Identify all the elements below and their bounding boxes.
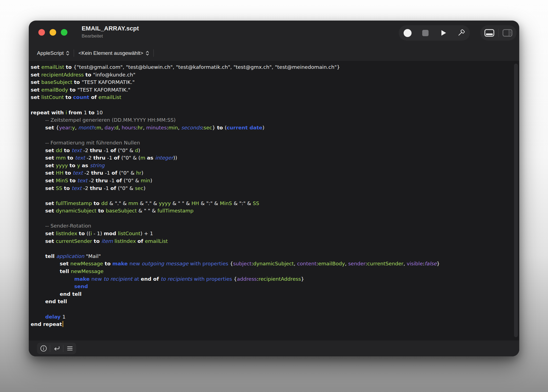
code-line[interactable]: tell application "Mail": [31, 252, 508, 260]
code-token: as: [147, 155, 155, 161]
code-line[interactable]: [31, 245, 508, 252]
code-token: ,: [403, 261, 407, 266]
navigation-bar: AppleScript <Kein Element ausgewählt>: [29, 45, 519, 61]
code-line[interactable]: tell newMessage: [31, 268, 508, 275]
code-line[interactable]: set HH to text -2 thru -1 of ("0" & hr): [31, 169, 508, 177]
zoom-button[interactable]: [61, 29, 67, 36]
minimize-button[interactable]: [50, 29, 56, 36]
code-token: ,: [101, 125, 105, 130]
code-line[interactable]: -- Formatierung mit führenden Nullen: [31, 139, 508, 147]
compile-button[interactable]: [452, 25, 470, 41]
code-line[interactable]: set baseSubject to "TEST KAFORMATIK.": [31, 78, 508, 86]
code-token: outgoing message: [142, 261, 190, 266]
code-token: "0": [120, 147, 128, 153]
code-token: &: [232, 200, 239, 206]
code-line[interactable]: -- Sender-Rotation: [31, 222, 508, 230]
code-line[interactable]: [31, 131, 508, 139]
code-editor[interactable]: set emailList to {"test@gmail.com", "tes…: [29, 61, 519, 340]
document-status: Bearbeitet: [82, 33, 139, 39]
code-token: sec: [204, 125, 212, 130]
code-token: }: [212, 125, 217, 130]
title-bar[interactable]: EMAIL_ARRAY.scpt Bearbeitet: [29, 21, 519, 45]
close-button[interactable]: [38, 29, 45, 36]
code-line[interactable]: [31, 101, 508, 109]
element-selector[interactable]: <Kein Element ausgewählt>: [78, 50, 149, 56]
code-token: visible: [407, 261, 423, 266]
code-line[interactable]: delay 1: [31, 313, 508, 321]
run-button[interactable]: [434, 25, 452, 41]
code-token: of: [91, 94, 98, 100]
vertical-scrollbar[interactable]: [514, 64, 518, 337]
result-panel-button[interactable]: [50, 343, 63, 354]
log-panel-button[interactable]: [63, 343, 76, 354]
toggle-right-pane-button[interactable]: [499, 25, 517, 41]
code-token: &: [108, 200, 115, 206]
code-token: &: [184, 200, 192, 206]
description-panel-button[interactable]: [37, 343, 50, 354]
code-token: }: [337, 64, 340, 70]
code-line[interactable]: [31, 215, 508, 222]
code-token: ): [138, 147, 140, 153]
code-token: ((: [87, 231, 90, 236]
code-token: 1: [84, 110, 89, 115]
code-token: text: [72, 147, 83, 153]
code-line[interactable]: set emailBody to "TEST KAFORMATIK.": [31, 86, 508, 94]
code-line[interactable]: set mm to text -2 thru -1 of ("0" & (m a…: [31, 154, 508, 162]
code-token: to: [64, 185, 72, 191]
code-line[interactable]: send: [31, 283, 508, 290]
code-line[interactable]: set currentSender to item listIndex of e…: [31, 237, 508, 245]
record-button[interactable]: [399, 25, 416, 41]
code-line[interactable]: -- Zeitstempel generieren (DD.MM.YYYY HH…: [31, 116, 508, 124]
stop-button[interactable]: [416, 25, 434, 41]
code-token: subject: [233, 261, 252, 266]
info-icon: [40, 345, 47, 352]
code-line[interactable]: set dynamicSubject to baseSubject & " " …: [31, 207, 508, 215]
code-line[interactable]: [31, 192, 508, 200]
code-line[interactable]: set {year:y, month:m, day:d, hours:hr, m…: [31, 124, 508, 132]
code-line[interactable]: set dd to text -2 thru -1 of ("0" & d): [31, 147, 508, 154]
code-token: of: [112, 170, 119, 176]
code-token: end tell: [45, 299, 67, 304]
code-line[interactable]: set newMessage to make new outgoing mess…: [31, 260, 508, 268]
code-token: to: [67, 155, 75, 161]
code-line[interactable]: set yyyy to y as string: [31, 162, 508, 169]
accessory-button-group: [37, 343, 76, 354]
code-line[interactable]: set listCount to count of emailList: [31, 93, 508, 101]
code-token: ,: [75, 125, 78, 130]
navbar-divider: [74, 49, 74, 57]
code-token: item: [101, 238, 115, 244]
code-token: {: [73, 64, 77, 70]
chevron-updown-icon: [66, 50, 69, 56]
code-line[interactable]: set listIndex to ((i - 1) mod listCount)…: [31, 230, 508, 237]
code-token: HH: [56, 170, 65, 176]
run-icon: [440, 29, 447, 36]
code-token: emailList: [145, 238, 168, 244]
code-token: HH: [192, 200, 199, 206]
code-token: set: [45, 238, 56, 244]
code-line[interactable]: set fullTimestamp to dd & "." & mm & "."…: [31, 200, 508, 207]
code-token: }: [301, 276, 304, 282]
code-line[interactable]: end tell: [31, 298, 508, 305]
code-token: {: [230, 261, 233, 266]
code-token: end tell: [60, 291, 81, 297]
code-line[interactable]: end repeat: [31, 320, 508, 328]
code-token: ,: [230, 64, 233, 70]
code-token: emailList: [41, 64, 66, 70]
code-token: set: [45, 178, 56, 183]
code-line[interactable]: set emailList to {"test@gmail.com", "tes…: [31, 63, 508, 71]
code-token: "test@meinedomain.ch": [275, 64, 337, 70]
code-token: SS: [56, 185, 64, 191]
code-line[interactable]: set SS to text -2 thru -1 of ("0" & sec): [31, 184, 508, 192]
code-token: to: [79, 231, 87, 236]
language-selector[interactable]: AppleScript: [37, 50, 69, 56]
code-line[interactable]: set MinS to text -2 thru -1 of ("0" & mi…: [31, 177, 508, 184]
code-line[interactable]: make new to recipient at end of to recip…: [31, 275, 508, 283]
code-line[interactable]: set recipientAddress to "info@kunde.ch": [31, 71, 508, 79]
code-line[interactable]: repeat with i from 1 to 10: [31, 109, 508, 117]
code-token: "0": [120, 185, 128, 191]
code-line[interactable]: end tell: [31, 290, 508, 298]
code-token: y: [72, 125, 75, 130]
toggle-bottom-pane-button[interactable]: [480, 25, 498, 41]
code-line[interactable]: [31, 305, 508, 313]
code-token: &: [171, 200, 178, 206]
